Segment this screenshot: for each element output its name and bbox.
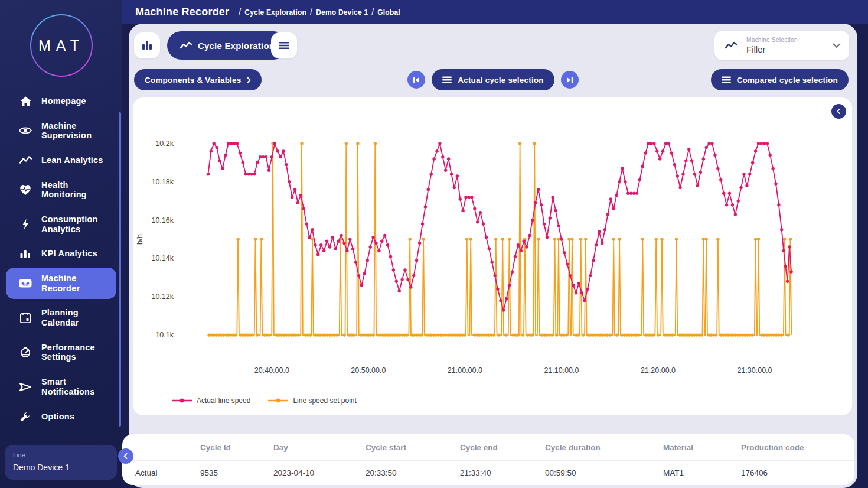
previous-cycle-button[interactable] (407, 71, 425, 89)
compared-cycle-selection-button[interactable]: Compared cycle selection (711, 69, 849, 90)
list-view-button[interactable] (271, 32, 297, 58)
data-point (334, 248, 337, 250)
sidebar-item-machine-supervision[interactable]: Machine Supervision (6, 115, 116, 147)
sidebar-collapse-button[interactable] (118, 448, 133, 464)
data-point (250, 173, 253, 175)
data-point (461, 209, 464, 212)
data-point (432, 157, 435, 160)
line-selector-card[interactable]: Line Demo Device 1 (5, 445, 117, 480)
data-point (505, 297, 508, 300)
data-point (750, 333, 753, 336)
data-point (601, 242, 603, 245)
sidebar-item-machine-recorder[interactable]: Machine Recorder (6, 268, 116, 299)
sidebar-item-lean-analytics[interactable]: Lean Analytics (6, 149, 116, 171)
data-point (757, 238, 760, 240)
cycle-controls: Components & Variables Actual cycle sele… (133, 69, 853, 90)
data-point (420, 333, 423, 336)
sidebar-item-performance-settings[interactable]: Performance Settings (6, 337, 116, 368)
data-point (546, 236, 549, 239)
data-point (673, 163, 676, 166)
data-point (392, 268, 395, 271)
bolt-icon (19, 219, 32, 230)
breadcrumb-item[interactable]: Demo Device 1 (316, 8, 368, 17)
data-point (210, 149, 213, 152)
data-point (282, 149, 285, 152)
breadcrumb-item[interactable]: Cycle Exploration (244, 8, 306, 17)
legend-item[interactable]: Actual line speed (172, 396, 250, 405)
data-point (254, 238, 257, 240)
data-point (567, 238, 570, 240)
data-point (705, 146, 708, 149)
y-tick-label: 10.1k (155, 331, 174, 339)
data-point (671, 333, 674, 336)
table-cell: 20:33:50 (353, 469, 447, 477)
legend-label: Line speed set point (293, 396, 356, 405)
data-point (291, 196, 293, 199)
data-point (621, 167, 624, 170)
machine-selection-dropdown[interactable]: Machine Selection Filler (714, 31, 849, 60)
data-point (737, 200, 740, 203)
y-tick-label: 10.18k (151, 178, 174, 186)
data-point (450, 173, 453, 175)
sidebar-scrollbar[interactable] (119, 112, 121, 427)
data-point (491, 261, 494, 263)
data-point (641, 238, 644, 240)
data-point (700, 333, 703, 336)
trend-icon (19, 156, 32, 164)
chart-collapse-button[interactable] (831, 104, 846, 119)
sidebar-item-homepage[interactable]: Homepage (6, 90, 116, 112)
sidebar-item-options[interactable]: Options (6, 405, 116, 428)
data-point (629, 192, 632, 195)
data-point (479, 211, 482, 214)
data-point (751, 161, 754, 164)
data-point (374, 142, 377, 145)
tab-cycle-exploration[interactable]: Cycle Exploration (167, 31, 288, 60)
data-point (215, 146, 218, 149)
data-point (325, 240, 328, 243)
data-point (579, 238, 582, 240)
data-point (615, 333, 618, 336)
data-point (300, 142, 303, 145)
data-point (520, 249, 523, 252)
legend-swatch (268, 398, 288, 404)
data-point (389, 255, 392, 258)
line-chart[interactable]: 10.1k10.12k10.14k10.16k10.18k10.2k20:40:… (133, 110, 851, 387)
data-point (363, 272, 366, 275)
sidebar-item-smart-notifications[interactable]: Smart Notifications (6, 371, 116, 402)
data-point (777, 203, 780, 206)
sidebar-item-planning-calendar[interactable]: Planning Calendar (6, 302, 116, 333)
data-point (508, 284, 511, 287)
data-point (297, 333, 300, 336)
sidebar-item-kpi-analytics[interactable]: KPI Analytics (6, 243, 116, 265)
data-point (699, 171, 702, 174)
data-point (782, 249, 785, 252)
sidebar-item-label: Homepage (41, 96, 86, 106)
data-point (293, 188, 296, 191)
data-point (227, 142, 230, 145)
x-tick-label: 20:50:00.0 (351, 366, 386, 375)
legend-item[interactable]: Line speed set point (268, 396, 356, 405)
data-point (493, 274, 496, 277)
data-point (681, 173, 684, 175)
bar-chart-view-button[interactable] (134, 32, 160, 58)
data-point (577, 282, 580, 285)
data-point (319, 243, 322, 246)
table-row[interactable]: Actual95352023-04-1020:33:5021:33:4000:5… (122, 461, 854, 484)
data-point (395, 280, 398, 283)
data-point (476, 220, 479, 223)
data-point (305, 222, 308, 225)
data-point (592, 259, 595, 262)
data-point (233, 142, 236, 145)
data-point (618, 238, 621, 240)
sidebar-item-consumption-analytics[interactable]: Consumption Analytics (6, 209, 116, 240)
line-label: Line (13, 451, 109, 458)
breadcrumb-item[interactable]: Global (377, 8, 400, 17)
data-point (467, 196, 470, 199)
data-point (647, 142, 650, 145)
actual-cycle-selection-button[interactable]: Actual cycle selection (432, 69, 554, 90)
sidebar-item-health-monitoring[interactable]: Health Monitoring (6, 174, 116, 206)
breadcrumb-separator: / (239, 7, 241, 17)
next-cycle-button[interactable] (561, 71, 579, 89)
data-point (586, 288, 589, 291)
data-point (584, 238, 587, 240)
